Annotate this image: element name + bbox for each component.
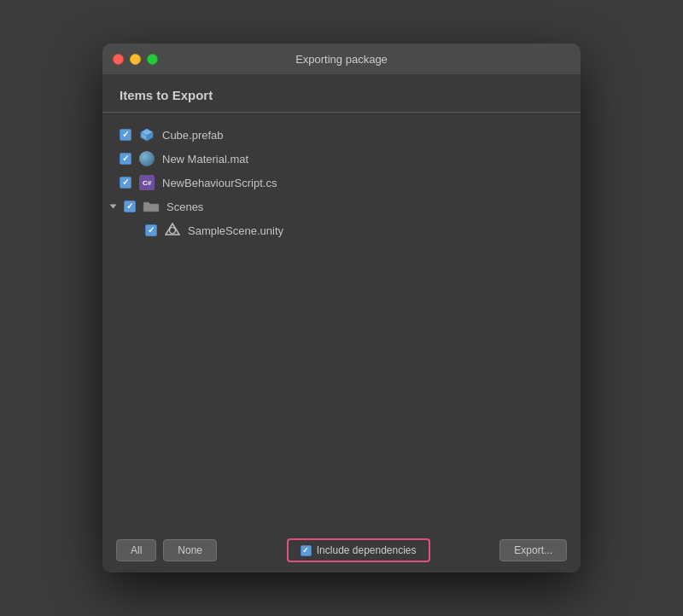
footer-left-buttons: All None [116, 539, 217, 561]
cube-prefab-label: Cube.prefab [162, 129, 224, 142]
maximize-button[interactable] [147, 54, 158, 65]
sample-scene-checkbox[interactable] [145, 224, 157, 236]
unity-icon [164, 222, 181, 239]
expand-triangle-icon [110, 205, 117, 209]
traffic-lights [113, 54, 158, 65]
list-item[interactable]: Cube.prefab [102, 123, 581, 147]
list-item[interactable]: C# NewBehaviourScript.cs [102, 171, 581, 195]
cube-icon [138, 126, 155, 143]
folder-icon [143, 198, 160, 215]
include-dependencies-label: Include dependencies [317, 544, 417, 556]
scenes-checkbox[interactable] [124, 200, 136, 212]
window-body: Items to Export Cube.prefab [102, 74, 581, 528]
include-dependencies-checkbox [301, 545, 312, 556]
cube-prefab-checkbox[interactable] [120, 129, 131, 141]
new-material-label: New Material.mat [162, 153, 248, 166]
all-button[interactable]: All [116, 539, 156, 561]
items-list: Cube.prefab New Material.mat C# NewBehav… [102, 119, 581, 528]
sample-scene-label: SampleScene.unity [188, 224, 283, 237]
new-behaviour-script-checkbox[interactable] [120, 177, 131, 189]
sphere-icon [138, 150, 155, 167]
divider [102, 112, 581, 113]
new-behaviour-script-label: NewBehaviourScript.cs [162, 177, 277, 189]
minimize-button[interactable] [130, 54, 141, 65]
section-header: Items to Export [102, 74, 581, 112]
list-item[interactable]: SampleScene.unity [102, 218, 581, 242]
list-item[interactable]: New Material.mat [102, 147, 581, 171]
export-button[interactable]: Export... [499, 539, 567, 561]
window: Exporting package Items to Export Cube. [102, 44, 581, 572]
csharp-icon: C# [138, 174, 155, 191]
title-bar: Exporting package [102, 44, 581, 74]
svg-point-5 [170, 228, 176, 234]
footer: All None Include dependencies Export... [102, 528, 581, 572]
section-title: Items to Export [120, 88, 213, 102]
new-material-checkbox[interactable] [120, 153, 131, 165]
close-button[interactable] [113, 54, 124, 65]
list-item[interactable]: Scenes [102, 195, 581, 218]
include-dependencies-button[interactable]: Include dependencies [287, 538, 430, 562]
window-title: Exporting package [295, 53, 388, 66]
scenes-label: Scenes [166, 200, 203, 213]
none-button[interactable]: None [163, 539, 217, 561]
